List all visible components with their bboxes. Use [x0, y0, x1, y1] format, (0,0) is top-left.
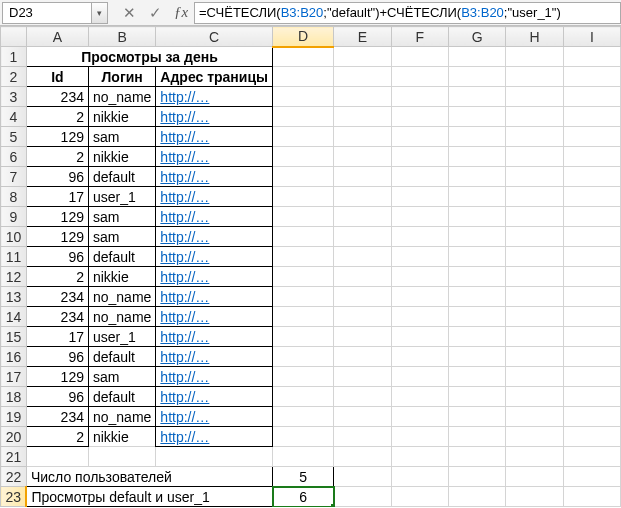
cell[interactable] [563, 247, 620, 267]
cell[interactable] [448, 467, 506, 487]
cell-id[interactable]: 17 [26, 327, 88, 347]
url-link[interactable]: http://… [160, 429, 209, 445]
summary-label-views[interactable]: Просмотры default и user_1 [26, 487, 272, 507]
cell[interactable] [334, 327, 391, 347]
cell[interactable] [334, 347, 391, 367]
row-header[interactable]: 12 [1, 267, 27, 287]
cell-url[interactable]: http://… [156, 247, 273, 267]
cell[interactable] [334, 447, 391, 467]
cell-url[interactable]: http://… [156, 347, 273, 367]
cell-login[interactable]: nikkie [88, 267, 155, 287]
cell[interactable] [26, 447, 88, 467]
col-header-g[interactable]: G [448, 27, 506, 47]
cell[interactable] [448, 347, 506, 367]
table-title[interactable]: Просмотры за день [26, 47, 272, 67]
cell[interactable] [334, 227, 391, 247]
cell[interactable] [563, 487, 620, 507]
col-header-e[interactable]: E [334, 27, 391, 47]
cell[interactable] [506, 207, 563, 227]
cell[interactable] [506, 347, 563, 367]
cell[interactable] [391, 167, 448, 187]
cell[interactable] [273, 367, 334, 387]
row-header[interactable]: 22 [1, 467, 27, 487]
cell[interactable] [563, 207, 620, 227]
cell[interactable] [273, 107, 334, 127]
cell[interactable] [391, 327, 448, 347]
url-link[interactable]: http://… [160, 109, 209, 125]
cell[interactable] [506, 487, 563, 507]
cell[interactable] [448, 207, 506, 227]
row-header[interactable]: 23 [1, 487, 27, 507]
row-header[interactable]: 14 [1, 307, 27, 327]
cell[interactable] [88, 447, 155, 467]
cell-url[interactable]: http://… [156, 147, 273, 167]
cell[interactable] [563, 67, 620, 87]
cell[interactable] [273, 307, 334, 327]
url-link[interactable]: http://… [160, 369, 209, 385]
cell-url[interactable]: http://… [156, 367, 273, 387]
cell[interactable] [563, 267, 620, 287]
cell-url[interactable]: http://… [156, 307, 273, 327]
row-header[interactable]: 5 [1, 127, 27, 147]
cell[interactable] [563, 327, 620, 347]
cell[interactable] [506, 147, 563, 167]
row-header[interactable]: 13 [1, 287, 27, 307]
cell[interactable] [334, 247, 391, 267]
col-header-f[interactable]: F [391, 27, 448, 47]
cell-id[interactable]: 96 [26, 347, 88, 367]
cell-url[interactable]: http://… [156, 127, 273, 147]
cell-login[interactable]: nikkie [88, 427, 155, 447]
cell[interactable] [448, 147, 506, 167]
cell[interactable] [506, 307, 563, 327]
cell[interactable] [334, 207, 391, 227]
cell[interactable] [563, 87, 620, 107]
cell[interactable] [563, 147, 620, 167]
col-header-d[interactable]: D [273, 27, 334, 47]
cell[interactable] [391, 387, 448, 407]
cell[interactable] [563, 467, 620, 487]
url-link[interactable]: http://… [160, 189, 209, 205]
cell-login[interactable]: user_1 [88, 187, 155, 207]
cell[interactable] [334, 187, 391, 207]
name-box[interactable]: D23 [2, 2, 92, 24]
cell[interactable] [448, 387, 506, 407]
cell[interactable] [448, 247, 506, 267]
select-all-corner[interactable] [1, 27, 27, 47]
cell[interactable] [273, 447, 334, 467]
cell[interactable] [334, 367, 391, 387]
cell[interactable] [391, 107, 448, 127]
url-link[interactable]: http://… [160, 249, 209, 265]
fx-button[interactable]: ƒx [168, 2, 194, 24]
cell[interactable] [334, 147, 391, 167]
cell[interactable] [273, 187, 334, 207]
cell[interactable] [273, 227, 334, 247]
cell[interactable] [506, 227, 563, 247]
cell[interactable] [563, 367, 620, 387]
cell[interactable] [334, 107, 391, 127]
row-header[interactable]: 20 [1, 427, 27, 447]
col-header-h[interactable]: H [506, 27, 563, 47]
cell-url[interactable]: http://… [156, 287, 273, 307]
cell[interactable] [391, 247, 448, 267]
cell[interactable] [391, 407, 448, 427]
cell[interactable] [563, 187, 620, 207]
cell-url[interactable]: http://… [156, 327, 273, 347]
row-header[interactable]: 7 [1, 167, 27, 187]
cell-login[interactable]: sam [88, 127, 155, 147]
col-header-a[interactable]: A [26, 27, 88, 47]
cell[interactable] [563, 427, 620, 447]
row-header[interactable]: 16 [1, 347, 27, 367]
cell[interactable] [506, 247, 563, 267]
row-header[interactable]: 15 [1, 327, 27, 347]
cell[interactable] [273, 87, 334, 107]
cell-login[interactable]: sam [88, 227, 155, 247]
col-header-c[interactable]: C [156, 27, 273, 47]
cell-id[interactable]: 129 [26, 127, 88, 147]
row-header[interactable]: 4 [1, 107, 27, 127]
cell[interactable] [391, 267, 448, 287]
url-link[interactable]: http://… [160, 149, 209, 165]
cell[interactable] [506, 367, 563, 387]
url-link[interactable]: http://… [160, 89, 209, 105]
cell[interactable] [273, 267, 334, 287]
cell[interactable] [334, 167, 391, 187]
